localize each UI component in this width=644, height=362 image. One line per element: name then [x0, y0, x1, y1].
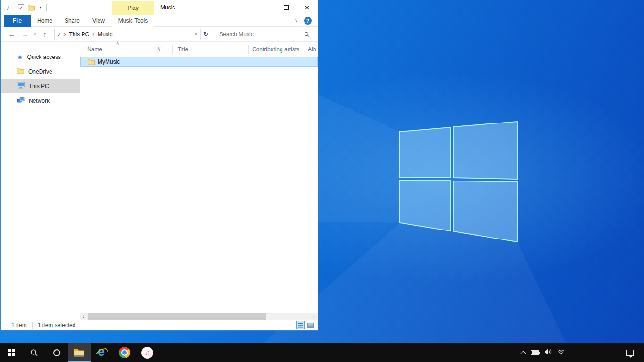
- view-tab[interactable]: View: [89, 15, 108, 27]
- breadcrumb-music[interactable]: Music: [98, 31, 112, 38]
- column-header-title[interactable]: Title: [178, 43, 188, 56]
- breadcrumb-chevron-icon: ›: [64, 31, 66, 38]
- system-tray: [521, 343, 644, 362]
- details-view-button[interactable]: [296, 321, 305, 329]
- new-folder-button[interactable]: [28, 5, 35, 11]
- collapse-ribbon-icon[interactable]: ˅: [295, 15, 298, 27]
- breadcrumb-chevron-icon: ›: [92, 31, 94, 38]
- sidebar-item-network[interactable]: Network: [1, 93, 80, 108]
- address-bar[interactable]: ♪ › This PC › Music ˅ ↻: [54, 29, 211, 40]
- file-explorer-taskbar-button[interactable]: [68, 343, 91, 362]
- taskbar-search-button[interactable]: [23, 343, 45, 362]
- file-name: MyMusic: [98, 58, 120, 65]
- windows-logo-icon: [8, 349, 15, 356]
- search-box[interactable]: [215, 29, 314, 40]
- quick-access-toolbar: ♪ ✓ ▾: [6, 0, 47, 15]
- quick-access-star-icon: ★: [17, 54, 23, 60]
- sidebar-item-quick-access[interactable]: ★ Quick access: [1, 49, 80, 64]
- maximize-icon: [284, 5, 289, 10]
- music-note-icon: ♪: [58, 31, 61, 38]
- ribbon-tab-row: File Home Share View Music Tools ˅ ?: [1, 15, 318, 27]
- chrome-button[interactable]: [113, 343, 136, 362]
- back-button[interactable]: ←: [8, 30, 16, 38]
- title-bar: ♪ ✓ ▾ Play Music – ✕: [1, 0, 318, 15]
- network-icon: [17, 97, 25, 105]
- chrome-icon: [119, 347, 130, 358]
- folder-icon: [88, 59, 95, 65]
- status-bar: 1 item 1 item selected: [1, 320, 318, 330]
- item-count: 1 item: [11, 322, 27, 329]
- cortana-icon: [53, 349, 60, 356]
- battery-icon[interactable]: [531, 350, 539, 355]
- column-divider[interactable]: [248, 45, 249, 54]
- share-tab[interactable]: Share: [62, 15, 83, 27]
- divider: [32, 322, 33, 329]
- folder-icon: [17, 68, 24, 75]
- window-title: Music: [160, 0, 175, 15]
- column-header-album[interactable]: Alb: [308, 43, 316, 56]
- divider: [46, 4, 47, 11]
- search-input[interactable]: [215, 31, 314, 38]
- contextual-badge[interactable]: Play: [112, 1, 154, 15]
- itunes-icon: ♫: [141, 347, 153, 359]
- monitor-icon: [17, 82, 25, 90]
- column-divider[interactable]: [172, 45, 173, 54]
- cortana-button[interactable]: [45, 343, 68, 362]
- window-body: ★ Quick access OneDrive This PC Network: [1, 42, 318, 320]
- action-center-icon[interactable]: [626, 350, 634, 356]
- thumbnail-icon: [307, 323, 314, 328]
- scroll-right-icon[interactable]: ›: [310, 313, 318, 320]
- window-controls: – ✕: [254, 0, 318, 15]
- properties-button[interactable]: ✓: [18, 4, 24, 11]
- address-dropdown-icon[interactable]: ˅: [191, 29, 200, 40]
- column-header-contributing-artists[interactable]: Contributing artists: [252, 43, 299, 56]
- internet-explorer-icon: e: [95, 346, 108, 359]
- horizontal-scrollbar[interactable]: ‹ ›: [80, 313, 318, 320]
- search-icon[interactable]: [304, 32, 310, 39]
- sidebar-item-onedrive[interactable]: OneDrive: [1, 64, 80, 79]
- column-header-name[interactable]: Name: [87, 43, 102, 56]
- large-icons-view-button[interactable]: [306, 321, 314, 329]
- file-tab[interactable]: File: [4, 15, 31, 27]
- sidebar-item-label: Network: [29, 98, 50, 104]
- internet-explorer-button[interactable]: e: [91, 343, 113, 362]
- itunes-button[interactable]: ♫: [136, 343, 158, 362]
- up-button[interactable]: ↑: [41, 31, 49, 38]
- file-list-pane: Name ˄ # Title Contributing artists Alb …: [80, 42, 318, 320]
- column-divider[interactable]: [305, 45, 305, 54]
- scroll-left-icon[interactable]: ‹: [80, 313, 87, 320]
- file-row-mymusic[interactable]: MyMusic: [80, 57, 318, 67]
- help-icon[interactable]: ?: [304, 17, 312, 25]
- breadcrumb-this-pc[interactable]: This PC: [69, 31, 90, 38]
- refresh-icon[interactable]: ↻: [200, 29, 211, 40]
- customize-toolbar-dropdown-icon[interactable]: ▾: [39, 6, 42, 9]
- tray-expand-icon[interactable]: [521, 350, 526, 355]
- maximize-button[interactable]: [275, 0, 297, 15]
- start-button[interactable]: [0, 343, 23, 362]
- wifi-icon[interactable]: [557, 348, 565, 357]
- sort-ascending-icon: ˄: [116, 41, 119, 46]
- close-button[interactable]: ✕: [297, 0, 318, 15]
- scrollbar-thumb[interactable]: [88, 313, 266, 320]
- column-divider[interactable]: [154, 45, 154, 54]
- file-explorer-icon: [74, 348, 85, 357]
- search-icon: [30, 349, 38, 357]
- sidebar-item-label: This PC: [29, 83, 49, 90]
- divider: [81, 322, 81, 329]
- music-tools-tab[interactable]: Music Tools: [112, 15, 154, 27]
- column-header-number[interactable]: #: [157, 43, 161, 56]
- sidebar-item-this-pc[interactable]: This PC: [1, 79, 80, 93]
- navigation-bar: ← → ˅ ↑ ♪ › This PC › Music ˅ ↻: [1, 27, 318, 42]
- forward-button[interactable]: →: [21, 30, 29, 38]
- divider: [14, 4, 14, 11]
- view-toggles: [296, 321, 314, 329]
- volume-icon[interactable]: [544, 348, 552, 357]
- taskbar: e ♫: [0, 343, 644, 362]
- recent-locations-dropdown-icon[interactable]: ˅: [33, 32, 37, 37]
- file-explorer-window: ♪ ✓ ▾ Play Music – ✕ File Home Share Vie…: [0, 0, 318, 331]
- selection-count: 1 item selected: [38, 322, 76, 329]
- sidebar-item-label: Quick access: [27, 54, 61, 60]
- home-tab[interactable]: Home: [34, 15, 55, 27]
- minimize-button[interactable]: –: [254, 0, 275, 15]
- music-note-window-icon: ♪: [6, 4, 10, 11]
